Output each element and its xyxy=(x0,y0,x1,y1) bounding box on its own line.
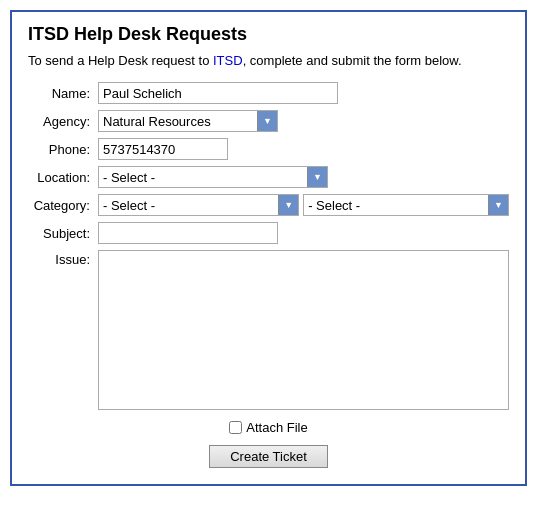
description-before: To send a Help Desk request to xyxy=(28,53,213,68)
attach-row: Attach File xyxy=(28,420,509,435)
phone-row: Phone: xyxy=(28,138,509,160)
category-dropdown-arrow-2[interactable]: ▼ xyxy=(488,195,508,215)
create-btn-row: Create Ticket xyxy=(28,445,509,468)
category-label: Category: xyxy=(28,198,98,213)
subject-row: Subject: xyxy=(28,222,509,244)
location-label: Location: xyxy=(28,170,98,185)
itsd-link[interactable]: ITSD xyxy=(213,53,243,68)
location-select[interactable]: - Select - ▼ xyxy=(98,166,328,188)
issue-textarea[interactable] xyxy=(98,250,509,410)
agency-label: Agency: xyxy=(28,114,98,129)
description-after: , complete and submit the form below. xyxy=(243,53,462,68)
issue-label: Issue: xyxy=(28,250,98,267)
category-dropdown-arrow-1[interactable]: ▼ xyxy=(278,195,298,215)
phone-label: Phone: xyxy=(28,142,98,157)
category-row: Category: - Select - ▼ - Select - ▼ xyxy=(28,194,509,216)
location-row: Location: - Select - ▼ xyxy=(28,166,509,188)
agency-row: Agency: Natural Resources ▼ xyxy=(28,110,509,132)
agency-dropdown-arrow[interactable]: ▼ xyxy=(257,111,277,131)
page-title: ITSD Help Desk Requests xyxy=(28,24,509,45)
name-label: Name: xyxy=(28,86,98,101)
form-description: To send a Help Desk request to ITSD, com… xyxy=(28,53,509,68)
agency-value: Natural Resources xyxy=(99,114,257,129)
help-desk-form: ITSD Help Desk Requests To send a Help D… xyxy=(10,10,527,486)
issue-row: Issue: xyxy=(28,250,509,410)
attach-file-checkbox[interactable] xyxy=(229,421,242,434)
location-dropdown-arrow[interactable]: ▼ xyxy=(307,167,327,187)
category-select-2[interactable]: - Select - ▼ xyxy=(303,194,509,216)
create-ticket-button[interactable]: Create Ticket xyxy=(209,445,328,468)
name-input[interactable] xyxy=(98,82,338,104)
category-value-1: - Select - xyxy=(99,198,278,213)
name-row: Name: xyxy=(28,82,509,104)
category-value-2: - Select - xyxy=(304,198,488,213)
location-value: - Select - xyxy=(99,170,307,185)
category-select-1[interactable]: - Select - ▼ xyxy=(98,194,299,216)
phone-input[interactable] xyxy=(98,138,228,160)
subject-label: Subject: xyxy=(28,226,98,241)
subject-input[interactable] xyxy=(98,222,278,244)
attach-file-label[interactable]: Attach File xyxy=(246,420,307,435)
agency-select[interactable]: Natural Resources ▼ xyxy=(98,110,278,132)
